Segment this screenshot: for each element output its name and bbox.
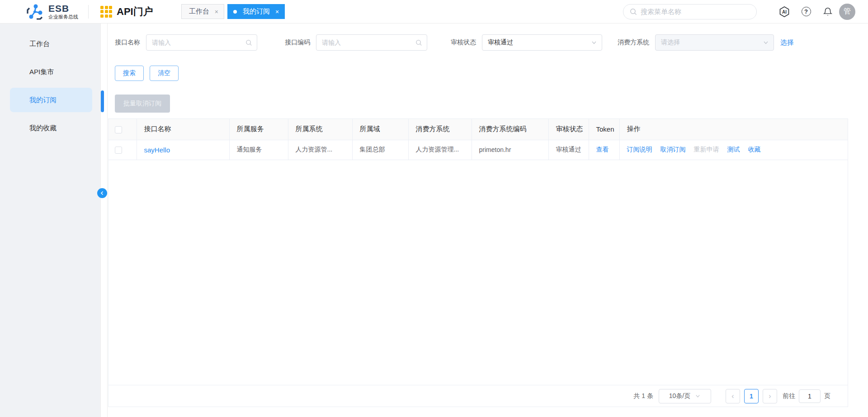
portal-title: API门户 bbox=[117, 5, 153, 19]
action-favorite-link[interactable]: 收藏 bbox=[748, 146, 761, 154]
cell-consumer: 人力资源管理... bbox=[408, 140, 472, 160]
sidebar-item-label: 工作台 bbox=[29, 40, 50, 48]
cell-consumer-code: primeton.hr bbox=[472, 140, 548, 160]
sidebar-scrollbar-thumb[interactable] bbox=[101, 90, 104, 112]
column-header-service: 所属服务 bbox=[229, 119, 288, 140]
esb-title: ESB bbox=[48, 4, 78, 14]
column-header-system: 所属系统 bbox=[288, 119, 352, 140]
sidebar-item-workbench[interactable]: 工作台 bbox=[10, 32, 92, 56]
active-tab-dot-icon bbox=[233, 10, 237, 14]
screen: ESB 企业服务总线 API门户 工作台 × 我的订阅 × bbox=[0, 0, 868, 417]
column-header-status: 审核状态 bbox=[548, 119, 589, 140]
column-header-token: Token bbox=[589, 119, 619, 140]
tab-workbench[interactable]: 工作台 × bbox=[181, 4, 224, 19]
goto-page-input[interactable] bbox=[799, 389, 821, 403]
ai-assistant-icon[interactable]: AI bbox=[778, 6, 790, 18]
help-icon[interactable]: ? bbox=[800, 6, 812, 18]
main-content: 接口名称 接口编码 审核状态 bbox=[108, 24, 868, 417]
consumer-system-choose-link[interactable]: 选择 bbox=[780, 38, 794, 47]
portal-grid-icon bbox=[100, 6, 112, 18]
search-icon bbox=[415, 39, 422, 46]
page-size-select[interactable]: 10条/页 bbox=[659, 389, 711, 403]
menu-search[interactable] bbox=[623, 4, 757, 19]
cell-status: 审核通过 bbox=[548, 140, 589, 160]
pagination-bar: 共 1 条 10条/页 ‹ 1 › 前往 页 bbox=[108, 385, 848, 407]
action-reapply-link: 重新申请 bbox=[694, 146, 719, 154]
sidebar-rail bbox=[100, 24, 108, 417]
tab-workbench-label: 工作台 bbox=[187, 7, 211, 16]
row-actions: 订阅说明 取消订阅 重新申请 测试 收藏 bbox=[627, 146, 844, 154]
esb-logo: ESB 企业服务总线 bbox=[26, 3, 78, 21]
topbar-right: AI ? 管 bbox=[623, 4, 855, 20]
sidebar-collapse-button[interactable] bbox=[97, 188, 107, 198]
filter-label-api-code: 接口编码 bbox=[285, 38, 310, 47]
cell-service: 通知服务 bbox=[229, 140, 288, 160]
api-code-input-field[interactable] bbox=[322, 39, 415, 46]
audit-status-select[interactable]: 审核通过 bbox=[482, 34, 602, 51]
sidebar-item-api-market[interactable]: API集市 bbox=[10, 60, 92, 84]
select-all-checkbox[interactable] bbox=[115, 126, 122, 133]
tab-my-subscriptions-close-icon[interactable]: × bbox=[275, 8, 279, 15]
svg-text:AI: AI bbox=[782, 9, 787, 14]
cell-domain: 集团总部 bbox=[352, 140, 408, 160]
next-page-button[interactable]: › bbox=[763, 389, 777, 403]
topbar-icons: AI ? bbox=[778, 6, 834, 18]
table-header-row: 接口名称 所属服务 所属系统 所属域 消费方系统 消费方系统编码 审核状态 To… bbox=[108, 119, 848, 140]
open-tabs: 工作台 × 我的订阅 × bbox=[181, 4, 285, 19]
sidebar-item-label: 我的收藏 bbox=[29, 124, 57, 133]
consumer-system-select: 请选择 bbox=[655, 34, 774, 51]
search-button[interactable]: 搜索 bbox=[115, 66, 144, 81]
tab-my-subscriptions-label: 我的订阅 bbox=[241, 7, 272, 16]
sidebar-item-label: 我的订阅 bbox=[29, 96, 57, 104]
sidebar: 工作台 API集市 我的订阅 我的收藏 bbox=[0, 24, 100, 417]
action-subscription-info-link[interactable]: 订阅说明 bbox=[627, 146, 652, 154]
action-test-link[interactable]: 测试 bbox=[727, 146, 740, 154]
token-view-link[interactable]: 查看 bbox=[596, 146, 609, 153]
filter-label-api-name: 接口名称 bbox=[115, 38, 140, 47]
esb-brand-text: ESB 企业服务总线 bbox=[48, 4, 78, 20]
search-icon bbox=[245, 39, 252, 46]
chevron-down-icon bbox=[591, 39, 597, 46]
api-code-input[interactable] bbox=[316, 34, 427, 51]
clear-button[interactable]: 清空 bbox=[150, 66, 179, 81]
row-checkbox[interactable] bbox=[115, 147, 122, 154]
chevron-down-icon bbox=[695, 393, 701, 399]
avatar-text: 管 bbox=[844, 7, 851, 16]
consumer-system-placeholder: 请选择 bbox=[661, 38, 680, 47]
column-header-consumer: 消费方系统 bbox=[408, 119, 472, 140]
goto-label: 前往 bbox=[783, 392, 795, 400]
filter-actions: 搜索 清空 bbox=[108, 66, 868, 81]
api-name-input[interactable] bbox=[146, 34, 257, 51]
column-header-api-name: 接口名称 bbox=[137, 119, 229, 140]
column-header-domain: 所属域 bbox=[352, 119, 408, 140]
audit-status-value: 审核通过 bbox=[488, 38, 513, 47]
esb-subtitle: 企业服务总线 bbox=[48, 14, 78, 20]
pagination-total: 共 1 条 bbox=[633, 392, 653, 400]
prev-page-button[interactable]: ‹ bbox=[726, 389, 740, 403]
column-header-consumer-code: 消费方系统编码 bbox=[472, 119, 548, 140]
page-unit-label: 页 bbox=[824, 392, 830, 400]
api-name-link[interactable]: sayHello bbox=[144, 146, 170, 154]
sidebar-item-label: API集市 bbox=[29, 68, 54, 76]
tab-workbench-close-icon[interactable]: × bbox=[215, 8, 218, 15]
tab-my-subscriptions[interactable]: 我的订阅 × bbox=[227, 4, 285, 19]
api-name-input-field[interactable] bbox=[152, 39, 245, 46]
sidebar-item-my-favorites[interactable]: 我的收藏 bbox=[10, 116, 92, 140]
page-number-1[interactable]: 1 bbox=[744, 389, 759, 403]
search-icon bbox=[630, 8, 637, 15]
menu-search-input[interactable] bbox=[641, 8, 740, 15]
chevron-down-icon bbox=[763, 39, 769, 46]
column-header-actions: 操作 bbox=[619, 119, 848, 140]
user-avatar[interactable]: 管 bbox=[839, 4, 855, 20]
action-unsubscribe-link[interactable]: 取消订阅 bbox=[660, 146, 686, 154]
bulk-actions: 批量取消订阅 bbox=[108, 95, 868, 113]
sidebar-item-my-subscriptions[interactable]: 我的订阅 bbox=[10, 88, 92, 112]
table-row: sayHello 通知服务 人力资源管... 集团总部 人力资源管理... pr… bbox=[108, 140, 848, 160]
bulk-unsubscribe-button: 批量取消订阅 bbox=[115, 95, 170, 113]
subscriptions-table: 接口名称 所属服务 所属系统 所属域 消费方系统 消费方系统编码 审核状态 To… bbox=[108, 119, 848, 160]
notifications-bell-icon[interactable] bbox=[822, 6, 834, 18]
filter-label-audit-status: 审核状态 bbox=[451, 38, 476, 47]
filter-bar: 接口名称 接口编码 审核状态 bbox=[108, 34, 868, 51]
topbar: ESB 企业服务总线 API门户 工作台 × 我的订阅 × bbox=[0, 0, 868, 24]
table-empty-space bbox=[108, 160, 848, 385]
